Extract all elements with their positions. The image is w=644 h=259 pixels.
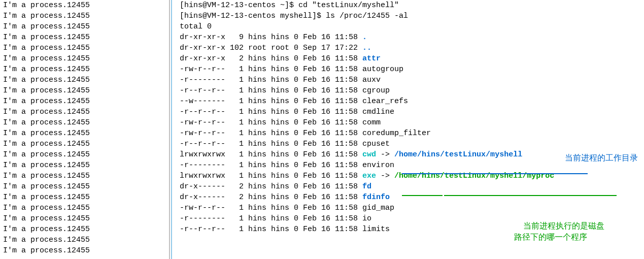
- ls-entry-line: lrwxrwxrwx 1 hins hins 0 Feb 16 11:58 ex…: [180, 171, 644, 181]
- ls-entry-line: -rw-r--r-- 1 hins hins 0 Feb 16 11:58 co…: [180, 128, 644, 139]
- annotation-exe: 当前进程执行的是磁盘路径下的哪一个程序: [514, 209, 604, 254]
- pane-separator[interactable]: [163, 0, 179, 259]
- process-output-line: I'm a process.12455: [3, 32, 163, 43]
- ls-entry-line: dr-x------ 2 hins hins 0 Feb 16 11:58 fd: [180, 181, 644, 192]
- ls-entry-line: dr-xr-xr-x 9 hins hins 0 Feb 16 11:58 .: [180, 32, 644, 43]
- ls-total-line: total 0: [180, 21, 644, 32]
- process-output-line: I'm a process.12455: [3, 96, 163, 107]
- process-output-line: I'm a process.12455: [3, 0, 163, 11]
- process-output-line: I'm a process.12455: [3, 160, 163, 171]
- process-output-line: I'm a process.12455: [3, 149, 163, 160]
- process-output-line: I'm a process.12455: [3, 139, 163, 149]
- process-output-line: I'm a process.12455: [3, 245, 163, 256]
- process-output-line: I'm a process.12455: [3, 192, 163, 203]
- ls-entry-line: -rw-r--r-- 1 hins hins 0 Feb 16 11:58 co…: [180, 117, 644, 128]
- underline-exe-target: [444, 195, 617, 196]
- process-output-line: I'm a process.12455: [3, 224, 163, 235]
- process-output-line: I'm a process.12455: [3, 43, 163, 53]
- shell-command-line: [hins@VM-12-13-centos ~]$ cd "testLinux/…: [180, 0, 644, 11]
- ls-entry-line: dr-x------ 2 hins hins 0 Feb 16 11:58 fd…: [180, 192, 644, 203]
- process-output-line: I'm a process.12455: [3, 85, 163, 96]
- process-output-line: I'm a process.12455: [3, 117, 163, 128]
- process-output-line: I'm a process.12455: [3, 128, 163, 139]
- shell-command-line: [hins@VM-12-13-centos myshell]$ ls /proc…: [180, 11, 644, 21]
- ls-entry-line: -r--r--r-- 1 hins hins 0 Feb 16 11:58 cg…: [180, 85, 644, 96]
- process-output-line: I'm a process.12455: [3, 171, 163, 181]
- process-output-line: I'm a process.12455: [3, 203, 163, 213]
- underline-cwd-name: [402, 173, 443, 174]
- ls-entry-line: --w------- 1 hins hins 0 Feb 16 11:58 cl…: [180, 96, 644, 107]
- underline-exe-name: [402, 195, 443, 196]
- ls-entry-line: dr-xr-xr-x 102 root root 0 Sep 17 17:22 …: [180, 43, 644, 53]
- process-output-line: I'm a process.12455: [3, 235, 163, 245]
- right-terminal-pane[interactable]: [hins@VM-12-13-centos ~]$ cd "testLinux/…: [179, 0, 644, 259]
- process-output-line: I'm a process.12455: [3, 53, 163, 64]
- ls-entry-line: dr-xr-xr-x 2 hins hins 0 Feb 16 11:58 at…: [180, 53, 644, 64]
- annotation-cwd: 当前进程的工作目录: [565, 152, 638, 164]
- ls-entry-line: -r--r--r-- 1 hins hins 0 Feb 16 11:58 cm…: [180, 107, 644, 117]
- underline-cwd-target: [444, 173, 588, 174]
- left-terminal-pane[interactable]: I'm a process.12455I'm a process.12455I'…: [0, 0, 163, 259]
- process-output-line: I'm a process.12455: [3, 107, 163, 117]
- process-output-line: I'm a process.12455: [3, 64, 163, 75]
- process-output-line: I'm a process.12455: [3, 75, 163, 85]
- ls-entry-line: -r-------- 1 hins hins 0 Feb 16 11:58 au…: [180, 75, 644, 85]
- ls-entry-line: -rw-r--r-- 1 hins hins 0 Feb 16 11:58 au…: [180, 64, 644, 75]
- process-output-line: I'm a process.12455: [3, 181, 163, 192]
- process-output-line: I'm a process.12455: [3, 11, 163, 21]
- ls-entry-line: -r--r--r-- 1 hins hins 0 Feb 16 11:58 cp…: [180, 139, 644, 149]
- process-output-line: I'm a process.12455: [3, 21, 163, 32]
- process-output-line: I'm a process.12455: [3, 213, 163, 224]
